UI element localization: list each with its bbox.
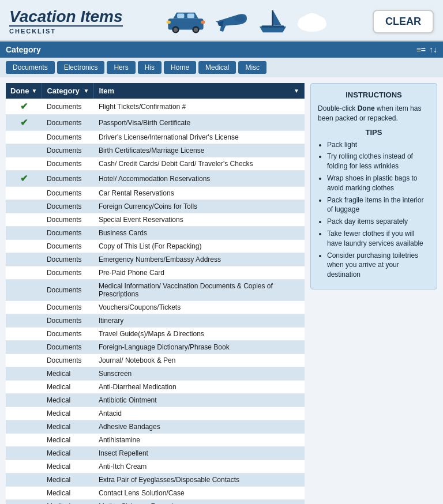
- cell-done[interactable]: [6, 328, 42, 341]
- table-row[interactable]: MedicalSunscreen: [6, 367, 305, 381]
- th-done[interactable]: Done ▼: [6, 83, 42, 99]
- svg-marker-10: [273, 10, 281, 25]
- th-category[interactable]: Category ▼: [42, 83, 94, 99]
- table-row[interactable]: DocumentsForeign Currency/Coins for Toll…: [6, 200, 305, 213]
- cell-done[interactable]: [6, 227, 42, 240]
- table-row[interactable]: DocumentsJournal/ Notebook & Pen: [6, 354, 305, 367]
- filter-tag-misc[interactable]: Misc: [238, 61, 266, 74]
- table-row[interactable]: MedicalContact Lens Solution/Case: [6, 487, 305, 500]
- table-row[interactable]: DocumentsEmergency Numbers/Embassy Addre…: [6, 253, 305, 266]
- cell-done[interactable]: ✔: [6, 115, 42, 131]
- cell-item: Journal/ Notebook & Pen: [94, 354, 305, 367]
- cell-done[interactable]: [6, 434, 42, 447]
- filter-tag-documents[interactable]: Documents: [6, 61, 55, 74]
- cell-done[interactable]: [6, 420, 42, 434]
- table-row[interactable]: ✔DocumentsFlight Tickets/Confirmation #: [6, 99, 305, 115]
- cell-done[interactable]: [6, 266, 42, 280]
- table-row[interactable]: MedicalInsect Repellent: [6, 447, 305, 460]
- cell-category: Medical: [42, 473, 94, 487]
- instructions-body: Double-click Done when item has been pac…: [318, 104, 430, 123]
- table-row[interactable]: DocumentsCash/ Credit Cards/ Debit Card/…: [6, 157, 305, 171]
- cell-done[interactable]: [6, 500, 42, 505]
- th-item[interactable]: Item ▼: [94, 83, 305, 99]
- table-row[interactable]: MedicalAnti-Diarrheal Medication: [6, 381, 305, 394]
- filter-tag-electronics[interactable]: Electronics: [57, 61, 105, 74]
- cell-done[interactable]: [6, 314, 42, 328]
- table-row[interactable]: ✔DocumentsPassport/Visa/Birth Certificat…: [6, 115, 305, 131]
- filter-icon[interactable]: ≡=: [416, 45, 426, 54]
- table-row[interactable]: MedicalExtra Pair of Eyeglasses/Disposab…: [6, 473, 305, 487]
- cell-item: Anti-Itch Cream: [94, 460, 305, 473]
- cell-done[interactable]: [6, 253, 42, 266]
- cell-category: Documents: [42, 266, 94, 280]
- cell-done[interactable]: [6, 354, 42, 367]
- cell-done[interactable]: [6, 213, 42, 227]
- table-row[interactable]: MedicalAnti-Itch Cream: [6, 460, 305, 473]
- table-row[interactable]: DocumentsTravel Guide(s)/Maps & Directio…: [6, 328, 305, 341]
- cell-item: Extra Pair of Eyeglasses/Disposable Cont…: [94, 473, 305, 487]
- table-row[interactable]: DocumentsCopy of This List (For Repackin…: [6, 240, 305, 253]
- filter-tag-his[interactable]: His: [138, 61, 162, 74]
- filter-tag-medical[interactable]: Medical: [198, 61, 236, 74]
- cell-done[interactable]: [6, 487, 42, 500]
- table-row[interactable]: DocumentsPre-Paid Phone Card: [6, 266, 305, 280]
- boat-icon: [256, 7, 290, 36]
- cell-done[interactable]: [6, 381, 42, 394]
- cell-item: Pre-Paid Phone Card: [94, 266, 305, 280]
- cell-done[interactable]: ✔: [6, 99, 42, 115]
- category-bar: Category ≡= ↑↓: [0, 42, 443, 58]
- cell-done[interactable]: [6, 301, 42, 314]
- cell-done[interactable]: [6, 157, 42, 171]
- cell-item: Foreign-Language Dictionary/Phrase Book: [94, 341, 305, 354]
- cell-done[interactable]: [6, 447, 42, 460]
- table-row[interactable]: DocumentsCar Rental Reservations: [6, 187, 305, 200]
- table-row[interactable]: MedicalAdhesive Bandages: [6, 420, 305, 434]
- clear-button[interactable]: CLEAR: [373, 10, 434, 33]
- cell-done[interactable]: [6, 473, 42, 487]
- sort-icon[interactable]: ↑↓: [429, 45, 437, 54]
- table-row[interactable]: ✔DocumentsHotel/ Accommodation Reservati…: [6, 171, 305, 187]
- filter-tags-container: Documents Electronics Hers His Home Medi…: [0, 58, 443, 77]
- cell-done[interactable]: [6, 394, 42, 407]
- table-row[interactable]: MedicalAntihistamine: [6, 434, 305, 447]
- cell-category: Medical: [42, 420, 94, 434]
- table-row[interactable]: MedicalAntacid: [6, 407, 305, 420]
- cell-done[interactable]: [6, 240, 42, 253]
- checkmark-icon: ✔: [20, 118, 28, 127]
- tip-item: Pack fragile items in the interior of lu…: [327, 195, 430, 215]
- table-row[interactable]: DocumentsBirth Certificates/Marriage Lic…: [6, 144, 305, 157]
- filter-tag-hers[interactable]: Hers: [107, 61, 135, 74]
- cell-done[interactable]: [6, 460, 42, 473]
- cell-category: Documents: [42, 99, 94, 115]
- table-row[interactable]: DocumentsForeign-Language Dictionary/Phr…: [6, 341, 305, 354]
- category-dropdown-arrow[interactable]: ▼: [84, 88, 89, 94]
- category-bar-actions: ≡= ↑↓: [416, 45, 437, 54]
- item-dropdown-arrow[interactable]: ▼: [294, 88, 299, 94]
- cell-category: Documents: [42, 144, 94, 157]
- cell-done[interactable]: [6, 367, 42, 381]
- table-row[interactable]: MedicalAntibiotic Ointment: [6, 394, 305, 407]
- cell-done[interactable]: ✔: [6, 171, 42, 187]
- cell-done[interactable]: [6, 407, 42, 420]
- cell-item: Antihistamine: [94, 434, 305, 447]
- table-row[interactable]: DocumentsSpecial Event Reservations: [6, 213, 305, 227]
- cell-done[interactable]: [6, 131, 42, 144]
- table-row[interactable]: DocumentsItinerary: [6, 314, 305, 328]
- cell-done[interactable]: [6, 280, 42, 301]
- cell-done[interactable]: [6, 200, 42, 213]
- cell-item: Contact Lens Solution/Case: [94, 487, 305, 500]
- table-row[interactable]: DocumentsDriver's License/International …: [6, 131, 305, 144]
- table-row[interactable]: DocumentsVouchers/Coupons/Tickets: [6, 301, 305, 314]
- svg-point-6: [194, 28, 198, 32]
- table-row[interactable]: DocumentsMedical Information/ Vaccinatio…: [6, 280, 305, 301]
- svg-rect-7: [167, 21, 171, 24]
- cell-category: Documents: [42, 253, 94, 266]
- table-row[interactable]: MedicalMotion Sickness Remedy: [6, 500, 305, 505]
- cell-done[interactable]: [6, 341, 42, 354]
- header-icons: [123, 7, 373, 36]
- table-row[interactable]: DocumentsBusiness Cards: [6, 227, 305, 240]
- filter-tag-home[interactable]: Home: [164, 61, 196, 74]
- cell-done[interactable]: [6, 144, 42, 157]
- done-dropdown-arrow[interactable]: ▼: [32, 88, 37, 94]
- cell-done[interactable]: [6, 187, 42, 200]
